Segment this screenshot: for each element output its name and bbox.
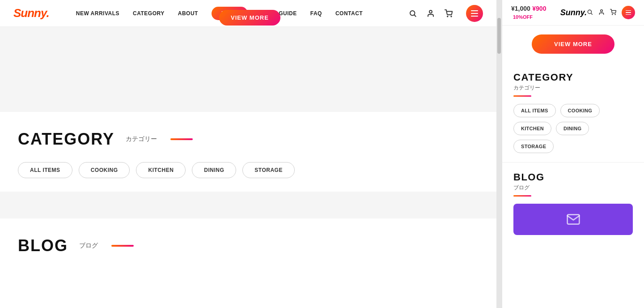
right-pill-dining[interactable]: DINING bbox=[556, 122, 589, 135]
right-menu-line-3 bbox=[626, 14, 631, 15]
category-title-en: CATEGORY bbox=[18, 130, 114, 149]
right-cart-icon[interactable] bbox=[610, 9, 616, 17]
svg-line-1 bbox=[414, 15, 415, 16]
nav-new-arrivals[interactable]: NEW ARRIVALS bbox=[76, 10, 119, 17]
pill-cooking[interactable]: COOKING bbox=[79, 162, 130, 178]
hamburger-menu-button[interactable] bbox=[466, 5, 483, 22]
blog-title-jp: ブログ bbox=[79, 242, 98, 250]
right-sale-price: ¥900 bbox=[532, 5, 546, 12]
nav-faq[interactable]: FAQ bbox=[310, 10, 322, 17]
right-pill-cooking[interactable]: COOKING bbox=[560, 104, 600, 117]
user-icon[interactable] bbox=[426, 9, 436, 18]
nav-category[interactable]: CATEGORY bbox=[133, 10, 165, 17]
search-icon[interactable] bbox=[408, 9, 418, 18]
right-menu-line-1 bbox=[626, 10, 631, 11]
right-panel-header: ¥1,000 ¥900 10%OFF Sunny. bbox=[502, 0, 644, 26]
scrollbar-thumb[interactable] bbox=[497, 18, 501, 54]
svg-point-7 bbox=[601, 9, 603, 12]
category-title-line bbox=[170, 138, 193, 140]
right-menu-line-2 bbox=[626, 12, 631, 13]
logo[interactable]: Sunny. bbox=[13, 6, 49, 20]
svg-point-4 bbox=[451, 16, 452, 17]
right-pill-kitchen[interactable]: KITCHEN bbox=[513, 122, 551, 135]
right-blog-title-en: BLOG bbox=[513, 171, 633, 183]
navbar: Sunny. NEW ARRIVALS CATEGORY ABOUT BLOG … bbox=[0, 0, 496, 27]
scrollbar[interactable] bbox=[496, 0, 502, 308]
svg-point-9 bbox=[615, 14, 615, 14]
right-blog-title-jp: ブログ bbox=[513, 184, 633, 192]
gray-divider-section bbox=[0, 192, 496, 218]
right-discount-badge: 10%OFF bbox=[513, 14, 533, 20]
pill-storage[interactable]: STORAGE bbox=[242, 162, 295, 178]
right-view-more-container: VIEW MORE bbox=[502, 26, 644, 63]
svg-point-3 bbox=[447, 16, 448, 17]
nav-icons bbox=[408, 5, 483, 22]
right-blog-section: BLOG ブログ bbox=[502, 163, 644, 244]
category-title-jp: カテゴリー bbox=[126, 135, 157, 143]
hero-view-more-button[interactable]: VIEW MORE bbox=[219, 10, 280, 26]
right-category-pills: ALL ITEMS COOKING KITCHEN DINING STORAGE bbox=[513, 104, 633, 153]
right-category-title-jp: カテゴリー bbox=[513, 84, 633, 92]
svg-line-6 bbox=[591, 13, 593, 14]
blog-section: BLOG ブログ bbox=[0, 218, 496, 278]
cart-icon[interactable] bbox=[444, 9, 453, 18]
hero-area bbox=[0, 27, 496, 112]
right-view-more-button[interactable]: VIEW MORE bbox=[532, 34, 614, 54]
category-pills: ALL ITEMS COOKING KITCHEN DINING STORAGE bbox=[18, 162, 479, 178]
nav-about[interactable]: ABOUT bbox=[178, 10, 198, 17]
menu-line-2 bbox=[471, 13, 478, 14]
svg-point-2 bbox=[429, 10, 432, 13]
right-category-section: CATEGORY カテゴリー ALL ITEMS COOKING KITCHEN… bbox=[502, 63, 644, 163]
blog-header: BLOG ブログ bbox=[18, 236, 479, 255]
right-hamburger-button[interactable] bbox=[622, 6, 635, 19]
right-user-icon[interactable] bbox=[598, 9, 605, 17]
category-section: CATEGORY カテゴリー ALL ITEMS COOKING KITCHEN… bbox=[0, 112, 496, 192]
right-pill-storage[interactable]: STORAGE bbox=[513, 140, 554, 153]
right-category-underline bbox=[513, 95, 531, 97]
right-panel: ¥1,000 ¥900 10%OFF Sunny. bbox=[502, 0, 644, 308]
pill-dining[interactable]: DINING bbox=[192, 162, 236, 178]
category-header: CATEGORY カテゴリー bbox=[18, 130, 479, 149]
pill-all-items[interactable]: ALL ITEMS bbox=[18, 162, 72, 178]
blog-title-line bbox=[111, 245, 134, 247]
right-category-title-en: CATEGORY bbox=[513, 72, 633, 83]
right-panel-logo: Sunny. bbox=[560, 8, 587, 17]
brand-name: Sunny. bbox=[13, 6, 49, 20]
svg-point-8 bbox=[612, 14, 613, 14]
right-blog-thumbnail[interactable] bbox=[513, 204, 633, 235]
right-pill-all-items[interactable]: ALL ITEMS bbox=[513, 104, 556, 117]
menu-line-3 bbox=[471, 16, 478, 17]
right-blog-underline bbox=[513, 195, 531, 197]
pill-kitchen[interactable]: KITCHEN bbox=[136, 162, 186, 178]
right-price-group: ¥1,000 ¥900 10%OFF bbox=[511, 4, 560, 21]
nav-contact[interactable]: CONTACT bbox=[335, 10, 363, 17]
right-search-icon[interactable] bbox=[587, 9, 593, 17]
blog-title-en: BLOG bbox=[18, 236, 68, 255]
right-original-price: ¥1,000 bbox=[511, 5, 530, 12]
menu-line-1 bbox=[471, 10, 478, 11]
right-panel-icons bbox=[587, 6, 635, 19]
main-content: CATEGORY カテゴリー ALL ITEMS COOKING KITCHEN… bbox=[0, 27, 496, 308]
